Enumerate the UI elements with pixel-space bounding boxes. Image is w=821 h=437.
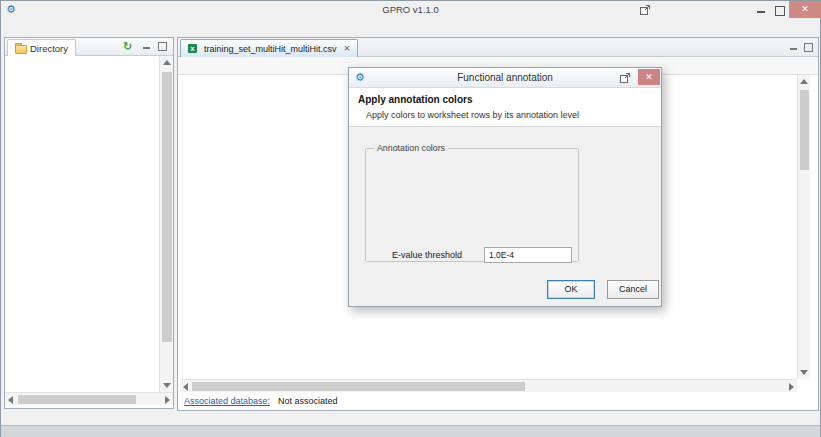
- detach-icon[interactable]: [639, 4, 651, 16]
- evalue-threshold-row: E-value threshold: [349, 248, 663, 264]
- tree-vertical-scrollbar[interactable]: [159, 56, 173, 392]
- dialog-heading: Apply annotation colors: [358, 94, 472, 105]
- directory-panel-header: Directory ↻: [5, 38, 173, 56]
- dialog-description: Apply colors to worksheet rows by its an…: [366, 110, 579, 120]
- worksheet-tab-label: training_set_multiHit_multiHit.csv: [204, 44, 337, 54]
- minimize-button[interactable]: [753, 3, 769, 17]
- title-bar: ⚙ GPRO v1.1.0 ✕: [1, 1, 820, 19]
- dialog-close-button[interactable]: ✕: [638, 69, 660, 85]
- annotation-colors-group-label: Annotation colors: [374, 143, 448, 153]
- table-vertical-scrollbar[interactable]: [797, 75, 810, 379]
- folder-icon: [15, 43, 26, 53]
- table-horizontal-scrollbar[interactable]: [180, 379, 797, 392]
- dialog-title-bar: ⚙ Functional annotation ✕: [349, 68, 661, 88]
- dialog-detach-icon[interactable]: [619, 72, 631, 84]
- annotation-colors-group: Annotation colors: [365, 148, 579, 262]
- tree-horizontal-scrollbar[interactable]: [5, 392, 173, 405]
- maximize-button[interactable]: [771, 3, 787, 17]
- directory-tab-label: Directory: [30, 43, 68, 54]
- panel-minimize-icon[interactable]: [141, 40, 153, 52]
- ok-button[interactable]: OK: [547, 280, 595, 299]
- cancel-button[interactable]: Cancel: [607, 280, 659, 299]
- associated-database-link[interactable]: Associated database:: [184, 396, 270, 406]
- directory-tree: [5, 56, 159, 392]
- evalue-threshold-label: E-value threshold: [392, 250, 462, 260]
- dialog-separator: [349, 126, 661, 127]
- window-title: GPRO v1.1.0: [1, 4, 820, 15]
- excel-file-icon: [188, 44, 199, 54]
- tab-close-icon[interactable]: ✕: [344, 44, 351, 53]
- dialog-header: Apply annotation colors Apply colors to …: [349, 88, 661, 126]
- panel-maximize-icon[interactable]: [802, 41, 814, 53]
- menu-bar: [1, 19, 820, 35]
- associated-database-value: Not associated: [278, 396, 338, 406]
- status-line: Associated database: Not associated: [184, 394, 338, 408]
- functional-annotation-dialog: ⚙ Functional annotation ✕ Apply annotati…: [348, 67, 662, 307]
- close-button[interactable]: ✕: [789, 1, 821, 18]
- tab-worksheet[interactable]: training_set_multiHit_multiHit.csv ✕: [180, 39, 358, 57]
- dialog-title: Functional annotation: [349, 72, 661, 83]
- gpro-window: ⚙ GPRO v1.1.0 ✕ Directory ↻: [0, 0, 821, 437]
- taskbar-strip: [1, 425, 820, 437]
- evalue-threshold-input[interactable]: [484, 247, 572, 263]
- panel-maximize-icon[interactable]: [156, 40, 168, 52]
- directory-panel: Directory ↻: [4, 37, 174, 409]
- tab-directory[interactable]: Directory: [7, 39, 76, 56]
- panel-minimize-icon[interactable]: [788, 41, 800, 53]
- refresh-icon[interactable]: ↻: [123, 40, 132, 53]
- worksheet-tab-bar: training_set_multiHit_multiHit.csv ✕: [178, 38, 818, 57]
